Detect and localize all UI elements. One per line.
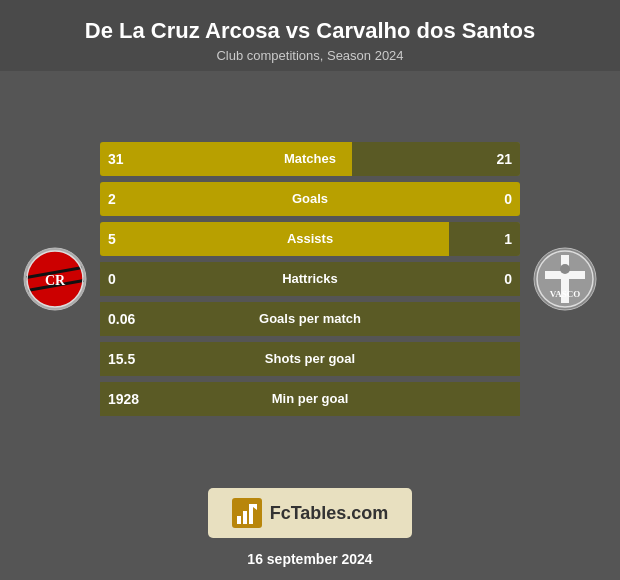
stat-label: Hattricks (100, 271, 520, 286)
stat-left-value: 0.06 (108, 311, 135, 327)
stat-row-1: 2 Goals 0 (100, 182, 520, 216)
stat-left-value: 0 (108, 271, 116, 287)
svg-text:VASCO: VASCO (550, 289, 580, 299)
content-area: CR 31 Matches 21 2 Goals 0 (0, 71, 620, 476)
svg-rect-11 (237, 516, 241, 524)
stat-left-value: 15.5 (108, 351, 135, 367)
page-title: De La Cruz Arcosa vs Carvalho dos Santos (10, 18, 610, 44)
svg-point-8 (560, 264, 570, 274)
left-team-logo: CR (10, 247, 100, 311)
date-section: 16 september 2024 (0, 544, 620, 580)
stat-row-5: 15.5 Shots per goal (100, 342, 520, 376)
stat-right-value: 0 (504, 191, 512, 207)
stat-label: Min per goal (100, 391, 520, 406)
vasco-logo-svg: VASCO (533, 247, 597, 311)
stat-label: Shots per goal (100, 351, 520, 366)
right-team-logo: VASCO (520, 247, 610, 311)
stat-label: Goals (100, 191, 520, 206)
svg-text:CR: CR (45, 273, 66, 288)
stat-row-6: 1928 Min per goal (100, 382, 520, 416)
stat-right-value: 1 (504, 231, 512, 247)
flamengo-logo-svg: CR (23, 247, 87, 311)
fctables-section: FcTables.com (0, 476, 620, 544)
svg-rect-12 (243, 511, 247, 524)
fctables-icon (232, 498, 262, 528)
stat-left-value: 5 (108, 231, 116, 247)
stat-label: Matches (100, 151, 520, 166)
title-section: De La Cruz Arcosa vs Carvalho dos Santos… (0, 0, 620, 71)
stat-right-value: 0 (504, 271, 512, 287)
stat-right-value: 21 (496, 151, 512, 167)
stat-row-0: 31 Matches 21 (100, 142, 520, 176)
stats-area: 31 Matches 21 2 Goals 0 5 Assists 1 (100, 142, 520, 416)
date-text: 16 september 2024 (247, 551, 372, 567)
main-container: De La Cruz Arcosa vs Carvalho dos Santos… (0, 0, 620, 580)
stat-label: Assists (100, 231, 520, 246)
stat-row-3: 0 Hattricks 0 (100, 262, 520, 296)
stat-left-value: 1928 (108, 391, 139, 407)
subtitle: Club competitions, Season 2024 (10, 48, 610, 63)
fctables-text: FcTables.com (270, 503, 389, 524)
stat-left-value: 31 (108, 151, 124, 167)
stat-row-4: 0.06 Goals per match (100, 302, 520, 336)
fctables-logo: FcTables.com (208, 488, 413, 538)
stat-left-value: 2 (108, 191, 116, 207)
stat-row-2: 5 Assists 1 (100, 222, 520, 256)
stat-label: Goals per match (100, 311, 520, 326)
